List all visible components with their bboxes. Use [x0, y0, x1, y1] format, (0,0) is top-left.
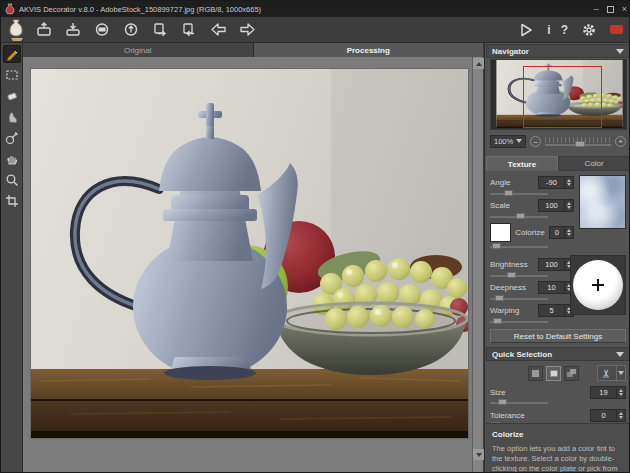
colorize-label: Colorize [515, 228, 544, 237]
hint-title: Colorize [492, 430, 624, 439]
reset-defaults-button[interactable]: Reset to Default Settings [490, 329, 626, 343]
warping-label: Warping [490, 306, 538, 315]
deepness-label: Deepness [490, 283, 538, 292]
scale-slider[interactable] [490, 213, 548, 220]
navigator-collapse-icon[interactable] [616, 49, 624, 54]
navigator-header[interactable]: Navigator [486, 44, 630, 58]
scissors-dropdown-icon[interactable] [617, 365, 626, 381]
navigator-title: Navigator [492, 47, 616, 56]
share-button[interactable] [120, 20, 142, 40]
hints-panel: Colorize The option lets you add a color… [486, 423, 630, 473]
feedback-icon[interactable] [610, 25, 623, 34]
info-button[interactable]: i [547, 23, 550, 37]
window-title: AKVIS Decorator v.8.0 - AdobeStock_15089… [19, 5, 594, 14]
color-picker-tool[interactable] [3, 129, 21, 147]
redo-button[interactable] [236, 20, 258, 40]
colorize-spinner[interactable]: 0 [549, 226, 574, 239]
zoom-slider-handle[interactable] [575, 141, 585, 147]
size-slider[interactable] [490, 399, 548, 406]
angle-slider[interactable] [490, 190, 548, 197]
maximize-button[interactable] [607, 6, 614, 13]
selection-marquee-tool[interactable] [3, 66, 21, 84]
warping-preview [570, 255, 626, 315]
angle-label: Angle [490, 178, 538, 187]
scroll-down-icon[interactable] [473, 449, 484, 460]
close-button[interactable]: × [622, 4, 627, 14]
help-button[interactable]: ? [561, 23, 568, 37]
tolerance-label: Tolerance [490, 411, 590, 420]
quick-selection-title: Quick Selection [492, 350, 616, 359]
run-button[interactable] [515, 20, 537, 40]
zoom-level-value: 100% [494, 137, 513, 146]
save-button[interactable] [62, 20, 84, 40]
tab-color[interactable]: Color [558, 156, 630, 171]
app-window: AKVIS Decorator v.8.0 - AdobeStock_15089… [0, 0, 630, 473]
navigator-thumbnail[interactable] [490, 59, 627, 130]
workspace: Original Processing [23, 43, 483, 473]
open-button[interactable] [33, 20, 55, 40]
zoom-in-button[interactable]: + [615, 136, 626, 147]
still-life-photo [31, 69, 468, 438]
warping-slider[interactable] [490, 318, 548, 325]
settings-panel: Navigator 100% – + Texture Color [484, 43, 630, 473]
deepness-slider[interactable] [490, 295, 548, 302]
hand-tool[interactable] [3, 150, 21, 168]
colorize-slider[interactable] [490, 243, 548, 250]
selection-mode-multi-button[interactable] [564, 366, 579, 381]
selection-pencil-tool[interactable] [3, 45, 21, 63]
zoom-level-dropdown[interactable]: 100% [490, 135, 526, 148]
zoom-dropdown-icon [516, 139, 522, 143]
selection-mode-active-button[interactable] [546, 366, 561, 381]
image-canvas[interactable] [23, 57, 472, 473]
texture-params: Angle -90 Scale 100 Colorize 0 [485, 171, 630, 250]
size-label: Size [490, 388, 590, 397]
zoom-tool[interactable] [3, 171, 21, 189]
main-toolbar: i ? [1, 17, 630, 43]
warping-spinner[interactable]: 5 [538, 304, 574, 317]
import-presets-button[interactable] [149, 20, 171, 40]
view-tab-bar: Original Processing [23, 43, 483, 57]
angle-spinner[interactable]: -90 [538, 176, 574, 189]
deepness-spinner[interactable]: 10 [538, 281, 574, 294]
quick-selection-collapse-icon[interactable] [616, 352, 624, 357]
scale-spinner[interactable]: 100 [538, 199, 574, 212]
effect-params: Brightness 100 Deepness 10 Warping 5 [485, 253, 630, 325]
preferences-button[interactable] [578, 20, 600, 40]
scroll-up-icon[interactable] [473, 58, 484, 69]
brightness-label: Brightness [490, 260, 538, 269]
brightness-slider[interactable] [490, 272, 548, 279]
tab-processing[interactable]: Processing [254, 43, 484, 57]
scale-label: Scale [490, 201, 538, 210]
tab-texture[interactable]: Texture [486, 156, 558, 171]
brightness-spinner[interactable]: 100 [538, 258, 574, 271]
smudge-tool[interactable] [3, 108, 21, 126]
texture-color-tabs: Texture Color [486, 156, 630, 171]
crop-tool[interactable] [3, 192, 21, 210]
navigator-view-rectangle[interactable] [523, 66, 601, 128]
selection-scissors-button[interactable]: ✂ [597, 365, 617, 381]
colorize-color-swatch[interactable] [490, 223, 511, 242]
vertical-scrollbar[interactable] [472, 57, 483, 473]
selection-mode-single-button[interactable] [528, 366, 543, 381]
hint-body: The option lets you add a color tint to … [492, 444, 624, 473]
eraser-tool[interactable] [3, 87, 21, 105]
title-bar: AKVIS Decorator v.8.0 - AdobeStock_15089… [1, 1, 630, 17]
akvis-logo [3, 18, 29, 42]
quick-selection-tools: ✂ [490, 363, 626, 383]
zoom-slider[interactable] [545, 135, 611, 147]
export-presets-button[interactable] [178, 20, 200, 40]
print-button[interactable] [91, 20, 113, 40]
app-icon [5, 3, 15, 15]
tolerance-spinner[interactable]: 0 [590, 409, 626, 422]
navigator-controls: 100% – + [490, 132, 626, 150]
undo-button[interactable] [207, 20, 229, 40]
size-spinner[interactable]: 19 [590, 386, 626, 399]
quick-selection-header[interactable]: Quick Selection [486, 347, 630, 361]
zoom-out-button[interactable]: – [530, 136, 541, 147]
tab-original[interactable]: Original [23, 43, 254, 57]
tool-sidebar [1, 43, 23, 473]
minimize-button[interactable]: – [594, 4, 599, 14]
texture-preview[interactable] [579, 175, 626, 229]
